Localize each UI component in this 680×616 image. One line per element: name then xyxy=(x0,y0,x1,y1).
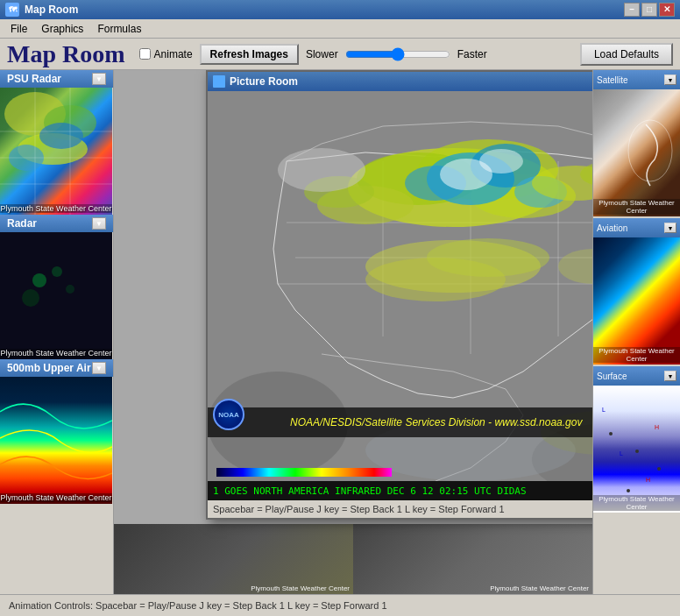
satellite-image: NOAA NOAA/NESDIS/Satellite Services Divi… xyxy=(208,91,592,481)
load-defaults-button[interactable]: Load Defaults xyxy=(580,43,673,66)
main-content: PSU Radar ▼ Plymouth State xyxy=(0,70,680,594)
right-sat-svg xyxy=(593,89,680,216)
title-bar: 🗺 Map Room – □ ✕ xyxy=(0,0,680,19)
right-sidebar: Satellite ▼ Plymouth State Weather Cente… xyxy=(592,70,680,594)
svg-point-43 xyxy=(657,467,661,471)
speed-slider[interactable] xyxy=(345,47,450,61)
svg-point-42 xyxy=(635,450,639,453)
svg-point-27 xyxy=(427,238,549,277)
psu-radar-label: PSU Radar xyxy=(7,73,61,85)
radar-image xyxy=(0,232,112,359)
picture-room-title: Picture Room xyxy=(230,75,421,88)
upper-air-panel: 500mb Upper Air ▼ Plymouth State Weather… xyxy=(0,359,113,504)
noaa-watermark-bar: NOAA NOAA/NESDIS/Satellite Services Divi… xyxy=(208,407,592,437)
animate-label: Animate xyxy=(154,48,193,60)
picture-room-controls: Spacebar = Play/Pause J key = Step Back … xyxy=(208,500,592,518)
menu-graphics[interactable]: Graphics xyxy=(34,21,90,37)
picture-room-icon xyxy=(213,75,225,88)
radar-label: Radar xyxy=(7,217,37,230)
radar-credit: Plymouth State Weather Center xyxy=(0,349,112,358)
left-sidebar: PSU Radar ▼ Plymouth State xyxy=(0,70,114,594)
psu-radar-panel: PSU Radar ▼ Plymouth State xyxy=(0,70,113,215)
picture-room-controls-text: Spacebar = Play/Pause J key = Step Back … xyxy=(213,504,505,514)
svg-point-29 xyxy=(479,149,523,173)
right-aviation-image xyxy=(593,237,680,365)
faster-label: Faster xyxy=(457,48,487,60)
maximize-button[interactable]: □ xyxy=(641,3,657,17)
right-panel3-dropdown[interactable]: ▼ xyxy=(664,371,676,381)
close-button[interactable]: ✕ xyxy=(659,3,675,17)
svg-text:H: H xyxy=(655,424,659,430)
right-panel1-credit: Plymouth State Weather Center xyxy=(593,199,680,215)
right-panel3-label: Surface xyxy=(597,372,627,381)
right-panel1-header: Satellite ▼ xyxy=(593,70,680,89)
right-panel2-credit: Plymouth State Weather Center xyxy=(593,347,680,363)
right-panel3-credit: Plymouth State Weather Center xyxy=(593,495,680,511)
app-title: Map Room xyxy=(7,40,125,68)
animate-checkbox-input[interactable] xyxy=(139,48,151,60)
bottom-map-right: Plymouth State Weather Center xyxy=(353,524,592,594)
window-title: Map Room xyxy=(25,4,624,16)
right-panel3-header: Surface ▼ xyxy=(593,366,680,386)
right-panel2-label: Aviation xyxy=(597,223,627,233)
window-controls: – □ ✕ xyxy=(624,3,675,17)
svg-text:L: L xyxy=(620,450,623,457)
svg-text:H: H xyxy=(646,477,650,483)
refresh-images-button[interactable]: Refresh Images xyxy=(200,44,299,65)
svg-point-6 xyxy=(32,273,46,287)
picture-room-modal: Picture Room – □ ✕ xyxy=(206,70,592,520)
status-bar: Animation Controls: Spacebar = Play/Paus… xyxy=(0,594,680,616)
upper-air-dropdown[interactable]: ▼ xyxy=(92,362,106,374)
svg-point-31 xyxy=(278,148,365,192)
svg-rect-5 xyxy=(0,232,112,359)
psu-radar-image xyxy=(0,88,112,215)
slower-label: Slower xyxy=(306,48,338,60)
noaa-text: NOAA/NESDIS/Satellite Services Division … xyxy=(290,416,582,428)
psu-radar-dropdown[interactable]: ▼ xyxy=(92,73,106,85)
bottom-right-credit: Plymouth State Weather Center xyxy=(490,584,589,592)
right-panel2-dropdown[interactable]: ▼ xyxy=(664,223,676,233)
animate-checkbox-container[interactable]: Animate xyxy=(139,48,193,60)
upper-air-label: 500mb Upper Air xyxy=(7,362,91,374)
radar-thumbnail[interactable]: Plymouth State Weather Center xyxy=(0,232,112,359)
radar-dropdown[interactable]: ▼ xyxy=(92,217,106,230)
minimize-button[interactable]: – xyxy=(624,3,640,17)
svg-point-44 xyxy=(627,489,630,492)
bottom-strip: Plymouth State Weather Center Plymouth S… xyxy=(114,524,592,594)
upper-air-credit: Plymouth State Weather Center xyxy=(0,493,112,502)
bottom-left-credit: Plymouth State Weather Center xyxy=(251,584,350,592)
menu-formulas[interactable]: Formulas xyxy=(90,21,148,37)
goes-info: 1 GOES NORTH AMERICA INFRARED DEC 6 12 0… xyxy=(213,485,527,497)
svg-point-9 xyxy=(66,285,74,294)
svg-point-41 xyxy=(609,432,613,435)
psu-radar-thumbnail[interactable]: Plymouth State Weather Center xyxy=(0,88,112,215)
svg-point-7 xyxy=(52,266,62,277)
right-panel2-header: Aviation ▼ xyxy=(593,218,680,237)
radar-svg xyxy=(0,232,112,359)
center-content: Plymouth State Weather Center Plymouth S… xyxy=(114,70,592,594)
app-icon: 🗺 xyxy=(5,3,19,17)
radar-panel: Radar ▼ Plymouth State Weather Center xyxy=(0,215,113,359)
right-panel3-thumbnail[interactable]: L H L H Plymouth State Weather Center xyxy=(593,386,680,513)
noaa-logo: NOAA xyxy=(213,399,244,430)
goes-strip: 1 GOES NORTH AMERICA INFRARED DEC 6 12 0… xyxy=(208,481,592,500)
right-panel1-thumbnail[interactable]: Plymouth State Weather Center xyxy=(593,89,680,216)
right-surface-svg: L H L H xyxy=(593,386,680,513)
toolbar: Map Room Animate Refresh Images Slower F… xyxy=(0,39,680,70)
psu-radar-svg xyxy=(0,88,112,215)
upper-air-thumbnail[interactable]: Plymouth State Weather Center xyxy=(0,377,112,504)
status-text: Animation Controls: Spacebar = Play/Paus… xyxy=(9,600,387,611)
menu-file[interactable]: File xyxy=(4,21,34,37)
radar-header: Radar ▼ xyxy=(0,215,113,232)
psu-radar-credit: Plymouth State Weather Center xyxy=(0,204,112,213)
svg-point-4 xyxy=(39,123,83,149)
psu-radar-header: PSU Radar ▼ xyxy=(0,70,113,88)
menu-bar: File Graphics Formulas xyxy=(0,19,680,39)
right-panel1-dropdown[interactable]: ▼ xyxy=(664,74,676,85)
right-panel2-thumbnail[interactable]: Plymouth State Weather Center xyxy=(593,237,680,365)
upper-air-image xyxy=(0,377,112,504)
bottom-map-left: Plymouth State Weather Center xyxy=(114,524,353,594)
svg-rect-35 xyxy=(216,468,392,477)
upper-air-svg xyxy=(0,377,112,504)
right-panel1-label: Satellite xyxy=(597,75,628,85)
